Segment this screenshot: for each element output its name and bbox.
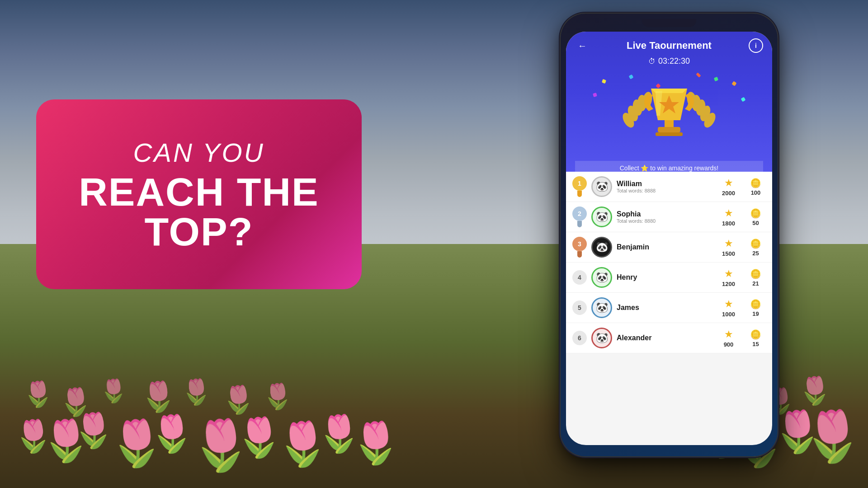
user-name-alexander: Alexander	[617, 334, 712, 342]
confetti-1	[602, 79, 606, 84]
phone-screen: ← Live Taournement i ⏱ 03:22:30	[566, 32, 772, 445]
score-henry: ★ 1200	[716, 268, 741, 287]
score-james: ★ 1000	[716, 298, 741, 318]
banner-line2: REACH THETOP?	[79, 172, 319, 252]
info-button[interactable]: i	[749, 38, 763, 53]
trophy-display	[575, 70, 763, 161]
coins-henry: 🪙 21	[745, 268, 766, 287]
coin-value-james: 19	[752, 310, 759, 317]
user-name-james: James	[617, 304, 712, 312]
phone-shell: ← Live Taournement i ⏱ 03:22:30	[561, 14, 778, 456]
rank-number-6: 6	[572, 331, 587, 345]
rank-number-1: 1	[572, 176, 587, 191]
score-benjamin: ★ 1500	[716, 238, 741, 257]
user-words-sophia: Total words: 8880	[617, 218, 712, 224]
rank-badge-4: 4	[572, 270, 587, 285]
rank-badge-5: 5	[572, 300, 587, 315]
star-icon: ★	[724, 298, 733, 310]
svg-rect-11	[665, 120, 674, 127]
medal-ribbon-1	[577, 191, 582, 197]
coin-icon: 🪙	[750, 299, 761, 310]
coins-james: 🪙 19	[745, 299, 766, 317]
collect-text: Collect ⭐ to win amazing rewards!	[620, 164, 719, 172]
avatar-william: 🐼	[591, 176, 612, 197]
rank-badge-6: 6	[572, 331, 587, 345]
rank-badge-1: 1	[572, 176, 587, 197]
phone-device: ← Live Taournement i ⏱ 03:22:30	[561, 14, 778, 456]
confetti-2	[629, 75, 634, 80]
svg-rect-12	[658, 127, 680, 132]
leaderboard-item: 4 🐼 Henry ★ 1200 🪙 21	[566, 263, 772, 293]
leaderboard-item: 1 🐼 William Total words: 8888 ★ 2000 🪙	[566, 172, 772, 202]
confetti-6	[593, 93, 597, 97]
leaderboard-item: 3 🐼 Benjamin ★ 1500 🪙 25	[566, 232, 772, 263]
score-value-benjamin: 1500	[722, 250, 735, 257]
leaderboard-item: 6 🐼 Alexander ★ 900 🪙 15	[566, 323, 772, 353]
clock-icon: ⏱	[648, 57, 656, 66]
user-info-sophia: Sophia Total words: 8880	[617, 210, 712, 224]
avatar-benjamin: 🐼	[591, 237, 612, 258]
user-info-james: James	[617, 304, 712, 312]
user-info-henry: Henry	[617, 273, 712, 282]
coins-benjamin: 🪙 25	[745, 238, 766, 257]
user-name-sophia: Sophia	[617, 210, 712, 218]
medal-ribbon-2	[577, 221, 582, 227]
app-title: Live Taournement	[627, 40, 712, 52]
avatar-henry: 🐼	[591, 267, 612, 288]
coin-icon: 🪙	[750, 178, 761, 188]
trophy-svg	[610, 80, 728, 161]
coin-value-sophia: 50	[752, 220, 759, 226]
rank-number-4: 4	[572, 270, 587, 285]
coin-value-benjamin: 25	[752, 250, 759, 257]
coin-value-henry: 21	[752, 280, 759, 287]
score-value-sophia: 1800	[722, 220, 735, 227]
user-name-henry: Henry	[617, 273, 712, 282]
user-info-benjamin: Benjamin	[617, 243, 712, 251]
coins-sophia: 🪙 50	[745, 208, 766, 226]
user-name-benjamin: Benjamin	[617, 243, 712, 251]
coin-icon: 🪙	[750, 268, 761, 279]
confetti-7	[741, 97, 746, 102]
confetti-8	[696, 72, 701, 77]
star-icon: ★	[724, 177, 733, 189]
star-icon: ★	[724, 328, 733, 340]
score-value-henry: 1200	[722, 281, 735, 287]
app-header: ← Live Taournement i ⏱ 03:22:30	[566, 32, 772, 172]
leaderboard-item: 2 🐼 Sophia Total words: 8880 ★ 1800 🪙	[566, 202, 772, 232]
avatar-alexander: 🐼	[591, 328, 612, 348]
app-nav: ← Live Taournement i	[575, 38, 763, 53]
rank-badge-2: 2	[572, 206, 587, 227]
score-value-alexander: 900	[724, 341, 734, 348]
coin-value-william: 100	[751, 189, 761, 196]
rank-number-5: 5	[572, 300, 587, 315]
star-icon: ★	[724, 268, 733, 280]
score-alexander: ★ 900	[716, 328, 741, 348]
back-button[interactable]: ←	[575, 38, 590, 53]
coin-icon: 🪙	[750, 208, 761, 219]
svg-rect-13	[656, 132, 683, 136]
star-icon: ★	[724, 207, 733, 219]
collect-bar: Collect ⭐ to win amazing rewards!	[575, 161, 763, 175]
medal-ribbon-3	[577, 251, 582, 258]
coins-william: 🪙 100	[745, 178, 766, 196]
rank-badge-3: 3	[572, 237, 587, 258]
rank-number-3: 3	[572, 237, 587, 251]
score-value-james: 1000	[722, 311, 735, 318]
timer-value: 03:22:30	[658, 56, 690, 66]
banner-line1: CAN YOU	[133, 137, 264, 168]
coin-value-alexander: 15	[752, 341, 759, 347]
avatar-james: 🐼	[591, 297, 612, 318]
countdown-timer: ⏱ 03:22:30	[575, 56, 763, 66]
user-words-william: Total words: 8888	[617, 188, 712, 193]
star-icon: ★	[724, 238, 733, 249]
avatar-sophia: 🐼	[591, 206, 612, 227]
promo-banner: CAN YOU REACH THETOP?	[36, 99, 362, 289]
score-value-william: 2000	[722, 190, 735, 197]
coin-icon: 🪙	[750, 329, 761, 340]
phone-notch	[642, 19, 696, 27]
coin-icon: 🪙	[750, 238, 761, 249]
confetti-5	[731, 81, 736, 86]
score-sophia: ★ 1800	[716, 207, 741, 227]
coins-alexander: 🪙 15	[745, 329, 766, 347]
leaderboard-item: 5 🐼 James ★ 1000 🪙 19	[566, 293, 772, 323]
